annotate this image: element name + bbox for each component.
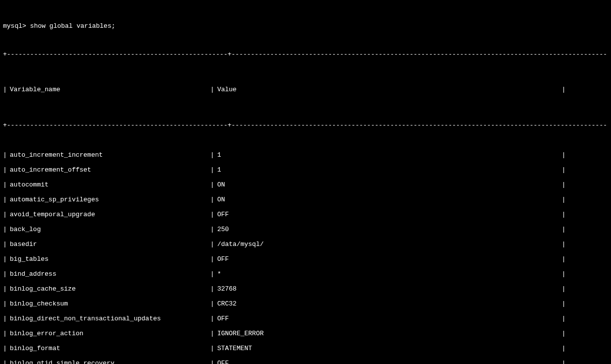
pipe: |: [210, 166, 214, 175]
pipe: |: [3, 85, 7, 94]
table-row: |binlog_checksum|CRC32|: [3, 297, 608, 311]
pipe: |: [3, 329, 7, 338]
table-row: |binlog_format|STATEMENT|: [3, 341, 608, 356]
pipe: |: [210, 285, 214, 294]
variable-name-cell: automatic_sp_privileges: [7, 195, 210, 204]
mysql-prompt: mysql> show global variables;: [3, 22, 608, 31]
pipe: |: [562, 181, 566, 189]
variable-value-cell: OFF: [214, 255, 562, 264]
variable-value-cell: ON: [214, 181, 562, 189]
pipe: |: [210, 240, 214, 249]
pipe: |: [562, 314, 566, 323]
pipe: |: [3, 195, 7, 204]
pipe: |: [210, 314, 214, 323]
pipe: |: [562, 270, 566, 279]
pipe: |: [210, 195, 214, 204]
pipe: |: [562, 359, 566, 364]
terminal-output[interactable]: mysql> show global variables; +---------…: [3, 4, 608, 364]
pipe: |: [562, 344, 566, 353]
variable-name-cell: back_log: [7, 225, 210, 234]
variable-name-cell: big_tables: [7, 255, 210, 264]
pipe: |: [3, 300, 7, 308]
table-row: |bind_address|*|: [3, 267, 608, 282]
variable-value-cell: CRC32: [214, 300, 562, 308]
variable-value-cell: 1: [214, 151, 562, 160]
pipe: |: [210, 181, 214, 189]
variable-name-cell: auto_increment_increment: [7, 151, 210, 160]
variable-value-cell: IGNORE_ERROR: [214, 329, 562, 338]
pipe: |: [210, 225, 214, 234]
pipe: |: [210, 151, 214, 160]
pipe: |: [562, 166, 566, 175]
pipe: |: [3, 255, 7, 264]
table-row: |binlog_gtid_simple_recovery|OFF|: [3, 356, 608, 364]
pipe: |: [3, 225, 7, 234]
header-value: Value: [214, 85, 562, 94]
table-row: |binlog_cache_size|32768|: [3, 282, 608, 297]
pipe: |: [562, 329, 566, 338]
variable-value-cell: *: [214, 270, 562, 279]
pipe: |: [562, 151, 566, 160]
variable-name-cell: binlog_cache_size: [7, 285, 210, 294]
variable-name-cell: binlog_error_action: [7, 329, 210, 338]
pipe: |: [562, 300, 566, 308]
pipe: |: [210, 359, 214, 364]
pipe: |: [3, 240, 7, 249]
pipe: |: [3, 166, 7, 175]
variable-value-cell: STATEMENT: [214, 344, 562, 353]
variable-name-cell: binlog_format: [7, 344, 210, 353]
pipe: |: [3, 344, 7, 353]
pipe: |: [562, 255, 566, 264]
table-row: |binlog_error_action|IGNORE_ERROR|: [3, 326, 608, 341]
variable-value-cell: OFF: [214, 359, 562, 364]
variable-value-cell: ON: [214, 195, 562, 204]
pipe: |: [562, 195, 566, 204]
table-row: |auto_increment_offset|1|: [3, 163, 608, 178]
pipe: |: [210, 344, 214, 353]
variable-value-cell: OFF: [214, 210, 562, 219]
pipe: |: [562, 85, 566, 94]
pipe: |: [3, 181, 7, 189]
variable-value-cell: 1: [214, 166, 562, 175]
variable-name-cell: autocommit: [7, 181, 210, 189]
variable-value-cell: 32768: [214, 285, 562, 294]
table-rows-container: |auto_increment_increment|1||auto_increm…: [3, 148, 608, 364]
table-row: |automatic_sp_privileges|ON|: [3, 192, 608, 207]
pipe: |: [3, 210, 7, 219]
variable-name-cell: binlog_gtid_simple_recovery: [7, 359, 210, 364]
pipe: |: [3, 314, 7, 323]
pipe: |: [3, 285, 7, 294]
table-header-row: | Variable_name | Value |: [3, 77, 608, 103]
pipe: |: [562, 225, 566, 234]
table-row: |auto_increment_increment|1|: [3, 148, 608, 163]
variable-value-cell: 250: [214, 225, 562, 234]
variable-name-cell: basedir: [7, 240, 210, 249]
table-row: |big_tables|OFF|: [3, 252, 608, 267]
table-row: |binlog_direct_non_transactional_updates…: [3, 311, 608, 326]
variable-name-cell: avoid_temporal_upgrade: [7, 210, 210, 219]
table-row: |autocommit|ON|: [3, 178, 608, 192]
pipe: |: [3, 151, 7, 160]
table-row: |basedir|/data/mysql/|: [3, 237, 608, 252]
pipe: |: [210, 210, 214, 219]
table-row: |avoid_temporal_upgrade|OFF|: [3, 207, 608, 222]
variable-name-cell: binlog_direct_non_transactional_updates: [7, 314, 210, 323]
pipe: |: [210, 270, 214, 279]
pipe: |: [3, 359, 7, 364]
variable-name-cell: bind_address: [7, 270, 210, 279]
variable-name-cell: auto_increment_offset: [7, 166, 210, 175]
table-top-border: +---------------------------------------…: [3, 50, 608, 59]
variable-value-cell: OFF: [214, 314, 562, 323]
pipe: |: [210, 300, 214, 308]
table-row: |back_log|250|: [3, 222, 608, 237]
pipe: |: [210, 255, 214, 264]
pipe: |: [3, 270, 7, 279]
pipe: |: [562, 210, 566, 219]
pipe: |: [562, 240, 566, 249]
table-header-sep: +---------------------------------------…: [3, 121, 608, 130]
variable-value-cell: /data/mysql/: [214, 240, 562, 249]
pipe: |: [210, 329, 214, 338]
header-variable-name: Variable_name: [7, 85, 210, 94]
variable-name-cell: binlog_checksum: [7, 300, 210, 308]
pipe: |: [210, 85, 214, 94]
